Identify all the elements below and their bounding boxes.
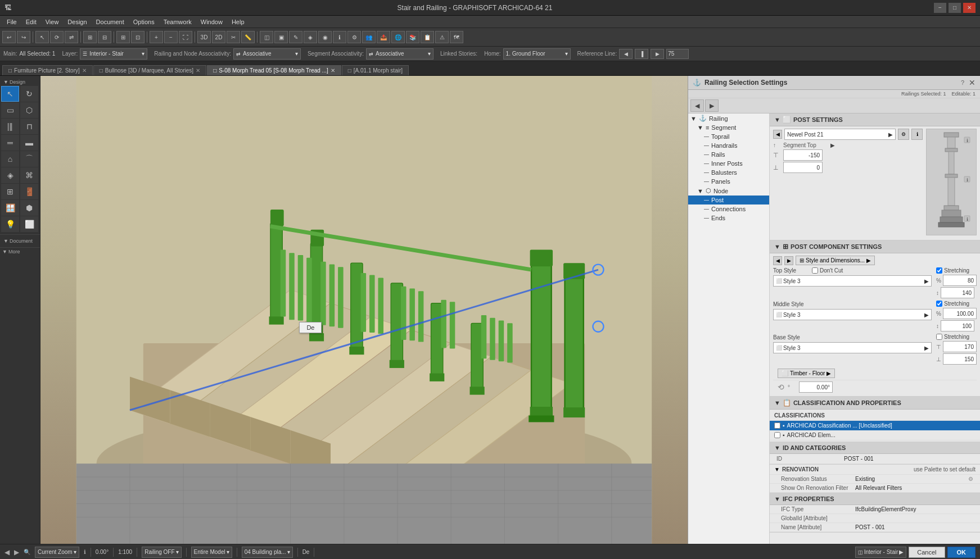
railing-off-dropdown[interactable]: Railing OFF ▾ (142, 547, 181, 558)
entire-model-dropdown[interactable]: Entire Model ▾ (191, 547, 232, 558)
tool-arrow[interactable]: ↖ (1, 86, 19, 102)
tab-close-morph[interactable]: ✕ (331, 67, 335, 74)
tree-post[interactable]: — Post (688, 196, 769, 204)
comp-nav-prev[interactable]: ◀ (773, 256, 782, 265)
post-settings-header[interactable]: ▼ ⬜ POST SETTINGS (770, 113, 980, 126)
archicad-class2-row[interactable]: ▪ ARCHICAD Elem... (770, 430, 980, 440)
menu-options[interactable]: Options (129, 17, 159, 26)
3d-btn[interactable]: 3D (197, 31, 211, 43)
renovation-collapse[interactable]: ▼ (774, 466, 780, 472)
element-btn[interactable]: ◉ (318, 31, 332, 43)
layer-btn[interactable]: ◫ (260, 31, 273, 43)
close-button[interactable]: ✕ (963, 3, 976, 13)
tree-ends[interactable]: — Ends (688, 213, 769, 222)
2d-btn[interactable]: 2D (212, 31, 225, 43)
id-categories-header[interactable]: ▼ ID AND CATEGORIES (770, 442, 980, 454)
ref-line-right[interactable]: ▶ (651, 49, 664, 59)
val100-input[interactable] (941, 320, 974, 331)
library-btn[interactable]: 📚 (406, 31, 419, 43)
browser-btn[interactable]: 🌐 (391, 31, 405, 43)
align-btn[interactable]: ⊞ (116, 31, 130, 43)
menu-help[interactable]: Help (227, 17, 249, 26)
newel-settings-btn[interactable]: ⚙ (898, 129, 909, 140)
redo-btn[interactable]: ↪ (17, 31, 30, 43)
menu-document[interactable]: Document (92, 17, 129, 26)
interior-stair-dropdown[interactable]: ◫ Interior - Stair ▶ (855, 547, 907, 558)
zoom-in-btn[interactable]: + (150, 31, 163, 43)
ref-line-mid[interactable]: ▐ (635, 49, 648, 59)
zoom-out-btn[interactable]: − (164, 31, 178, 43)
help-icon[interactable]: ? (961, 79, 964, 86)
tree-connections[interactable]: — Connections (688, 204, 769, 213)
comp-nav-next[interactable]: ▶ (784, 256, 793, 265)
info-btn[interactable]: ℹ (333, 31, 346, 43)
tab-bullnose[interactable]: □ Bullnose [3D / Marquee, All Stories] ✕ (93, 65, 206, 75)
middle-style-dropdown[interactable]: ⬜ Style 3 ▶ (773, 309, 932, 320)
navigator-btn[interactable]: 🗺 (450, 31, 463, 43)
class2-checkbox[interactable] (774, 432, 780, 438)
renovation-settings-icon[interactable]: ⚙ (968, 476, 973, 482)
archicad-class1-row[interactable]: ▪ ARCHICAD Classification ... [Unclassif… (770, 421, 980, 430)
tree-segment[interactable]: ▼ ≡ Segment (688, 123, 769, 132)
ref-line-left[interactable]: ◀ (619, 49, 633, 59)
tool-morph[interactable]: ◈ (1, 167, 19, 183)
maximize-button[interactable]: □ (949, 3, 961, 13)
val170-input[interactable] (943, 341, 977, 352)
stretching-checkbox-2[interactable] (936, 301, 942, 307)
ifc-header[interactable]: ▼ IFC PROPERTIES (770, 493, 980, 505)
tool-rotate[interactable]: ↻ (20, 86, 38, 102)
cancel-button[interactable]: Cancel (909, 547, 945, 558)
tab-morph-tread[interactable]: □ S-08 Morph Tread 05 [S-08 Morph Tread … (207, 65, 341, 75)
pen-btn[interactable]: ✎ (289, 31, 302, 43)
tool-door[interactable]: 🚪 (20, 184, 38, 199)
settings-btn[interactable]: ⚙ (347, 31, 361, 43)
tab-close-furniture[interactable]: ✕ (82, 67, 87, 74)
neg150-input[interactable] (783, 149, 823, 161)
tool-column[interactable]: ⊓ (20, 119, 38, 134)
tab-morph-stair[interactable]: □ [A.01.1 Morph stair] (342, 65, 409, 75)
distribute-btn[interactable]: ⊡ (131, 31, 144, 43)
zoom-info-btn[interactable]: ℹ (84, 549, 86, 555)
tree-panels[interactable]: — Panels (688, 177, 769, 186)
tool-shell[interactable]: ⌒ (20, 151, 38, 167)
panel-nav-next[interactable]: ▶ (705, 99, 719, 112)
newel-nav-prev[interactable]: ◀ (773, 130, 782, 139)
val80-input[interactable] (943, 275, 977, 286)
top-style-dropdown[interactable]: ⬜ Style 3 ▶ (773, 275, 932, 287)
menu-window[interactable]: Window (196, 17, 227, 26)
tool-object[interactable]: ⬢ (20, 200, 38, 216)
tree-handrails[interactable]: — Handrails (688, 141, 769, 150)
tree-rails[interactable]: — Rails (688, 150, 769, 159)
val150-input[interactable] (943, 353, 977, 365)
teamwork-btn[interactable]: 👥 (362, 31, 376, 43)
tool-wall[interactable]: |‖ (1, 119, 19, 134)
panel-close-button[interactable]: ✕ (969, 78, 976, 87)
undo-btn[interactable]: ↩ (2, 31, 16, 43)
schedule-btn[interactable]: 📋 (421, 31, 434, 43)
tool-stair[interactable]: ⌘ (20, 167, 38, 183)
railing-assoc-dropdown[interactable]: ⇄ Associative ▾ (233, 48, 301, 60)
tree-toprail[interactable]: — Toprail (688, 132, 769, 141)
mirror-btn[interactable]: ⇌ (65, 31, 78, 43)
newel-post-dropdown[interactable]: Newel Post 21 ▶ (784, 129, 896, 140)
menu-view[interactable]: View (41, 17, 64, 26)
newel-info-btn[interactable]: ℹ (911, 129, 923, 140)
stretching-checkbox-3[interactable] (936, 334, 942, 340)
design-header[interactable]: ▼ Design (1, 78, 39, 86)
tree-node[interactable]: ▼ ⬡ Node (688, 186, 769, 196)
tree-inner-posts[interactable]: — Inner Posts (688, 159, 769, 168)
tool-zone[interactable]: ⬜ (20, 216, 38, 232)
issue-btn[interactable]: ⚠ (435, 31, 449, 43)
building-plan-dropdown[interactable]: 04 Building pla... ▾ (242, 547, 293, 558)
surface-btn[interactable]: ◈ (304, 31, 317, 43)
document-header[interactable]: ▼ Document (1, 237, 39, 245)
menu-file[interactable]: File (2, 17, 21, 26)
edit-button[interactable]: De (299, 322, 322, 333)
classification-header[interactable]: ▼ 📋 CLASSIFICATION AND PROPERTIES (770, 397, 980, 410)
home-dropdown[interactable]: 1. Ground Floor ▾ (503, 48, 571, 60)
val100pct-input[interactable] (943, 308, 977, 319)
class1-checkbox[interactable] (774, 422, 780, 429)
section-btn[interactable]: ✂ (227, 31, 240, 43)
tool-railing[interactable]: ⊞ (1, 184, 19, 199)
zero-input[interactable] (783, 162, 823, 173)
